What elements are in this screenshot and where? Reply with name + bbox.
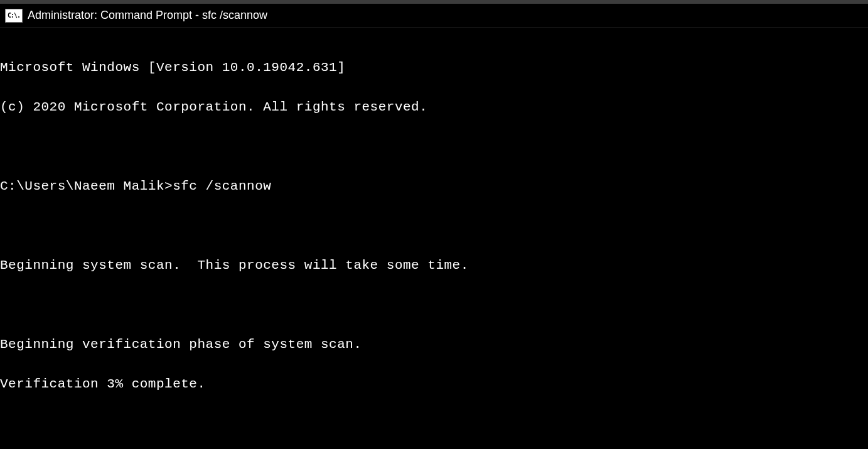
cmd-icon-label: C:\. — [8, 12, 20, 19]
output-line: Beginning verification phase of system s… — [0, 335, 868, 355]
prompt-line: C:\Users\Naeem Malik>sfc /scannow — [0, 176, 868, 197]
copyright-line: (c) 2020 Microsoft Corporation. All righ… — [0, 97, 868, 117]
blank-line — [0, 295, 868, 315]
terminal-output-area[interactable]: Microsoft Windows [Version 10.0.19042.63… — [0, 28, 868, 414]
blank-line — [0, 137, 868, 157]
progress-line: Verification 3% complete. — [0, 374, 868, 394]
prompt-path: C:\Users\Naeem Malik> — [0, 176, 173, 197]
banner-line: Microsoft Windows [Version 10.0.19042.63… — [0, 58, 868, 78]
cmd-prompt-icon: C:\. — [5, 9, 23, 23]
output-line: Beginning system scan. This process will… — [0, 256, 868, 276]
entered-command: sfc /scannow — [173, 176, 271, 197]
window-title: Administrator: Command Prompt - sfc /sca… — [28, 9, 267, 22]
blank-line — [0, 216, 868, 236]
window-titlebar[interactable]: C:\. Administrator: Command Prompt - sfc… — [0, 0, 868, 28]
